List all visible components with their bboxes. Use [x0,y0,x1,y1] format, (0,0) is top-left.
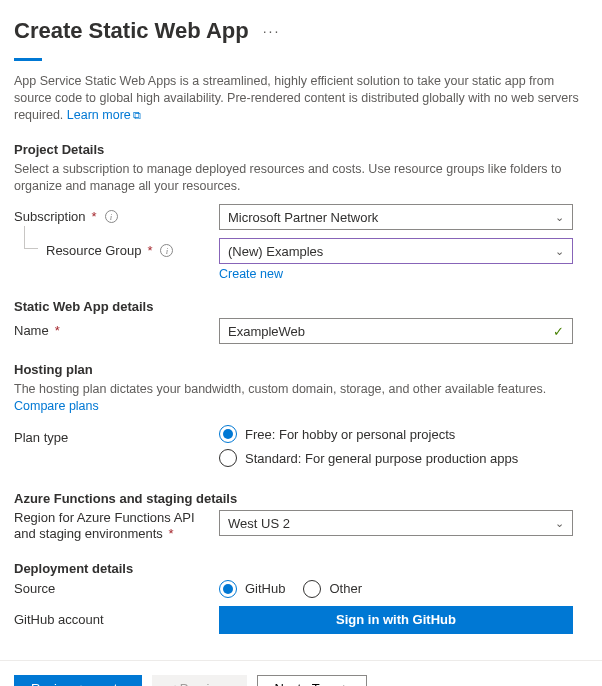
compare-plans-link[interactable]: Compare plans [14,399,99,413]
hosting-desc: The hosting plan dictates your bandwidth… [14,381,588,415]
region-select[interactable]: West US 2 ⌄ [219,510,573,536]
source-label: Source [14,581,219,596]
deployment-heading: Deployment details [14,561,588,576]
active-tab-indicator [14,58,42,61]
check-icon: ✓ [553,324,564,339]
source-github-label: GitHub [245,581,285,596]
functions-heading: Azure Functions and staging details [14,491,588,506]
chevron-down-icon: ⌄ [555,517,564,530]
source-github-radio[interactable] [219,580,237,598]
more-icon[interactable]: ··· [263,23,281,39]
chevron-down-icon: ⌄ [555,245,564,258]
plan-free-label: Free: For hobby or personal projects [245,427,455,442]
name-input[interactable]: ExampleWeb ✓ [219,318,573,344]
subscription-select[interactable]: Microsoft Partner Network ⌄ [219,204,573,230]
project-details-desc: Select a subscription to manage deployed… [14,161,588,195]
chevron-down-icon: ⌄ [555,211,564,224]
region-label: Region for Azure Functions API and stagi… [14,510,219,543]
external-link-icon: ⧉ [133,109,141,121]
subscription-label: Subscription* i [14,204,219,224]
github-account-label: GitHub account [14,612,219,627]
previous-button: < Previous [152,675,248,686]
source-other-radio[interactable] [303,580,321,598]
plan-standard-label: Standard: For general purpose production… [245,451,518,466]
info-icon[interactable]: i [105,210,118,223]
plan-free-radio[interactable] [219,425,237,443]
intro-text: App Service Static Web Apps is a streaml… [14,73,588,124]
page-title: Create Static Web App [14,18,249,44]
resource-group-label: Resource Group* i [14,238,219,258]
signin-github-button[interactable]: Sign in with GitHub [219,606,573,634]
project-details-heading: Project Details [14,142,588,157]
wizard-footer: Review + create < Previous Next : Tags > [0,660,602,686]
plan-type-label: Plan type [14,425,219,445]
info-icon[interactable]: i [160,244,173,257]
swa-details-heading: Static Web App details [14,299,588,314]
resource-group-select[interactable]: (New) Examples ⌄ [219,238,573,264]
create-new-link[interactable]: Create new [219,267,283,281]
name-label: Name* [14,318,219,338]
next-button[interactable]: Next : Tags > [257,675,367,686]
source-other-label: Other [329,581,362,596]
hosting-heading: Hosting plan [14,362,588,377]
learn-more-link[interactable]: Learn more⧉ [67,108,141,122]
plan-standard-radio[interactable] [219,449,237,467]
review-create-button[interactable]: Review + create [14,675,142,686]
